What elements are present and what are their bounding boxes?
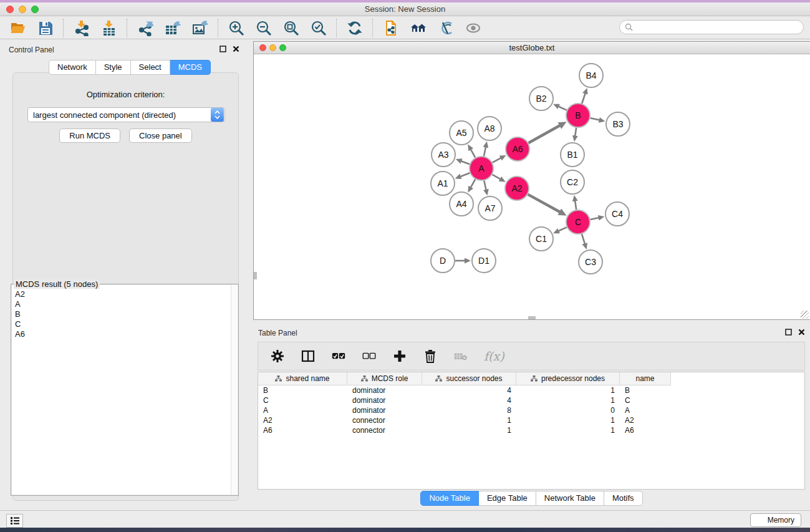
- memory-button[interactable]: Memory: [750, 513, 801, 527]
- graph-node-label: B3: [612, 119, 623, 129]
- zoom-out-icon[interactable]: [255, 19, 272, 36]
- float-panel-icon[interactable]: [219, 46, 226, 52]
- hide-details-icon[interactable]: [437, 19, 454, 36]
- float-table-panel-icon[interactable]: [785, 329, 792, 336]
- table-toolbar: f(x): [258, 342, 805, 370]
- table-settings-icon[interactable]: [270, 349, 285, 364]
- graph-node-label: B: [575, 110, 581, 120]
- export-image-icon[interactable]: [191, 19, 208, 36]
- export-network-icon[interactable]: [137, 19, 153, 36]
- minimize-window-button[interactable]: [19, 6, 26, 13]
- control-panel-tabs: NetworkStyleSelectMCDS: [49, 60, 211, 75]
- column-header-shared-name[interactable]: shared name: [258, 372, 347, 385]
- close-panel-icon[interactable]: [233, 46, 239, 52]
- tab-style[interactable]: Style: [96, 60, 131, 75]
- tab-mcds[interactable]: MCDS: [170, 60, 211, 75]
- column-header-MCDS-role[interactable]: MCDS role: [347, 372, 422, 385]
- result-scrollbar[interactable]: [231, 285, 238, 495]
- select-all-icon[interactable]: [331, 349, 346, 364]
- graph-edge[interactable]: [461, 161, 470, 164]
- graph-edge[interactable]: [582, 234, 585, 244]
- zoom-window-button[interactable]: [31, 6, 39, 13]
- column-header-name[interactable]: name: [620, 372, 671, 385]
- minimize-network-button[interactable]: [269, 44, 276, 51]
- column-view-icon[interactable]: [301, 349, 316, 364]
- network-canvas[interactable]: B4B2BB3A8A5A6A3B1AA1C2A2A4A7C4CC1C3DD1: [254, 54, 809, 319]
- run-mcds-button[interactable]: Run MCDS: [59, 128, 120, 143]
- graph-edge[interactable]: [484, 147, 486, 156]
- search-field: [619, 20, 804, 34]
- tab-edge-table[interactable]: Edge Table: [479, 491, 536, 506]
- zoom-selected-icon[interactable]: [310, 19, 327, 36]
- graph-edge[interactable]: [484, 181, 486, 190]
- tab-node-table[interactable]: Node Table: [420, 491, 479, 506]
- import-network-icon[interactable]: [73, 19, 90, 36]
- result-item: B: [15, 309, 234, 319]
- zoom-fit-icon[interactable]: [282, 19, 299, 36]
- tab-network-table[interactable]: Network Table: [536, 491, 604, 506]
- table-cell: A2: [620, 415, 671, 425]
- table-row[interactable]: A2connector11A2: [258, 415, 804, 425]
- graph-node-label: C4: [612, 209, 623, 219]
- network-graph[interactable]: B4B2BB3A8A5A6A3B1AA1C2A2A4A7C4CC1C3DD1: [254, 54, 809, 319]
- vertical-scrollbar-thumb[interactable]: [254, 272, 257, 279]
- eye-icon[interactable]: [465, 19, 481, 36]
- graph-edge[interactable]: [471, 149, 476, 157]
- zoom-network-button[interactable]: [279, 44, 286, 51]
- graph-node-label: A2: [511, 183, 522, 193]
- result-item: C: [15, 319, 234, 329]
- table-row[interactable]: Cdominator41C: [258, 395, 804, 405]
- tab-select[interactable]: Select: [131, 60, 170, 75]
- table-cell: A6: [258, 425, 347, 435]
- column-header-predecessor-nodes[interactable]: predecessor nodes: [516, 372, 620, 385]
- graph-edge[interactable]: [492, 175, 500, 180]
- search-input[interactable]: [635, 21, 803, 33]
- table-row[interactable]: A6connector11A6: [258, 425, 804, 435]
- graph-edge[interactable]: [471, 179, 476, 187]
- graph-edge[interactable]: [575, 128, 576, 137]
- graph-edge[interactable]: [528, 125, 560, 143]
- tab-motifs[interactable]: Motifs: [604, 491, 643, 506]
- horizontal-scrollbar-thumb[interactable]: [528, 316, 536, 319]
- graph-edge[interactable]: [591, 118, 600, 120]
- table-cell: 8: [422, 405, 516, 415]
- delete-table-icon[interactable]: [453, 349, 468, 364]
- close-network-button[interactable]: [259, 44, 266, 51]
- close-panel-button[interactable]: Close panel: [129, 128, 192, 143]
- table-cell: A: [620, 405, 671, 415]
- delete-column-icon[interactable]: [423, 349, 438, 364]
- graph-edge[interactable]: [558, 227, 567, 231]
- export-table-icon[interactable]: [164, 19, 181, 36]
- resize-grip[interactable]: [801, 311, 809, 319]
- network-window-titlebar[interactable]: testGlobe.txt: [254, 42, 810, 54]
- graph-edge[interactable]: [582, 94, 585, 104]
- function-builder-icon[interactable]: f(x): [484, 349, 504, 363]
- refresh-icon[interactable]: [346, 19, 363, 36]
- network-file-icon[interactable]: [382, 19, 399, 36]
- graph-edge[interactable]: [528, 195, 561, 212]
- task-history-button[interactable]: [6, 514, 23, 528]
- criterion-select[interactable]: largest connected component (directed): [27, 107, 225, 122]
- deselect-all-icon[interactable]: [362, 349, 377, 364]
- add-column-icon[interactable]: [392, 349, 407, 364]
- close-table-panel-icon[interactable]: [798, 329, 805, 336]
- table-row[interactable]: Adominator80A: [258, 405, 804, 415]
- graph-edge[interactable]: [493, 158, 501, 162]
- table-row[interactable]: Bdominator41B: [258, 385, 804, 395]
- node-table-body: Bdominator41BCdominator41CAdominator80AA…: [258, 385, 804, 435]
- table-cell: B: [620, 385, 671, 395]
- tab-network[interactable]: Network: [49, 60, 96, 75]
- zoom-in-icon[interactable]: [228, 19, 244, 36]
- save-session-icon[interactable]: [37, 19, 54, 36]
- graph-edge[interactable]: [558, 106, 567, 110]
- graph-edge[interactable]: [591, 218, 599, 220]
- graph-edge[interactable]: [575, 201, 576, 210]
- table-cell: A2: [258, 415, 347, 425]
- close-window-button[interactable]: [6, 6, 14, 13]
- import-table-icon[interactable]: [100, 19, 117, 36]
- table-cell: 1: [516, 425, 620, 435]
- graph-edge[interactable]: [460, 173, 470, 177]
- home-icon[interactable]: [410, 19, 427, 36]
- open-file-icon[interactable]: [9, 19, 26, 36]
- column-header-successor-nodes[interactable]: successor nodes: [422, 372, 516, 385]
